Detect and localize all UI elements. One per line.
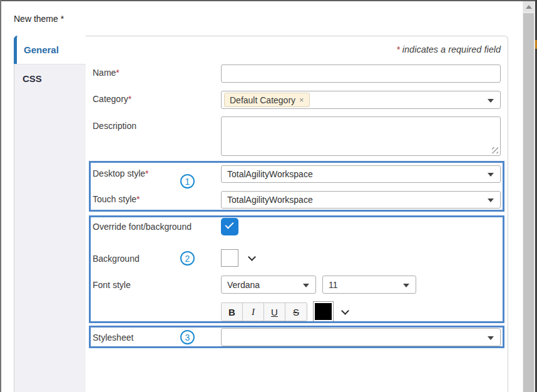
annotation-circle-2: 2 — [180, 251, 195, 266]
font-size-dropdown[interactable]: 11 — [322, 276, 416, 294]
vertical-scrollbar[interactable] — [523, 0, 535, 392]
strikethrough-icon: S — [293, 307, 299, 317]
name-required-asterisk: * — [116, 68, 119, 78]
tab-sidebar: CSS — [14, 64, 86, 392]
category-dropdown[interactable]: Default Category × — [221, 91, 501, 109]
font-size-value: 11 — [329, 280, 338, 290]
new-theme-dialog: New theme * General CSS * indicates a re… — [0, 0, 537, 392]
checkmark-icon — [225, 220, 233, 229]
chevron-down-icon — [488, 99, 494, 103]
screenshot-border-top — [0, 0, 537, 1]
arrow-up-icon — [526, 5, 532, 9]
name-input[interactable] — [221, 64, 501, 83]
category-chip: Default Category × — [224, 93, 310, 107]
override-font-background-checkbox[interactable] — [221, 218, 238, 235]
touch-style-label: Touch style* — [93, 194, 140, 204]
category-chip-label: Default Category — [230, 95, 295, 105]
required-note-text: indicates a required field — [400, 44, 501, 54]
tab-css-label: CSS — [23, 73, 42, 84]
strikethrough-button[interactable]: S — [285, 303, 307, 321]
screenshot-border-left — [0, 0, 1, 392]
desktop-style-label: Desktop style* — [93, 168, 149, 178]
category-required-asterisk: * — [128, 94, 131, 104]
override-font-background-label: Override font/background — [93, 222, 192, 232]
chevron-down-icon — [403, 284, 409, 287]
italic-icon: I — [252, 307, 255, 317]
text-format-toolbar: B I U S — [221, 302, 307, 321]
stylesheet-dropdown[interactable] — [221, 328, 501, 346]
annotation-circle-1: 1 — [180, 174, 195, 188]
category-label-text: Category — [93, 94, 128, 104]
name-label-text: Name — [93, 68, 116, 78]
bold-icon: B — [228, 307, 235, 317]
annotation-number-1: 1 — [185, 177, 190, 187]
stylesheet-label-text: Stylesheet — [93, 333, 133, 343]
font-color-swatch[interactable] — [313, 301, 334, 322]
tab-general[interactable]: General — [14, 36, 86, 64]
touch-style-required-asterisk: * — [136, 194, 140, 204]
touch-style-label-text: Touch style — [93, 194, 136, 204]
tab-general-label: General — [24, 44, 59, 55]
touch-style-dropdown[interactable]: TotalAgilityWorkspace — [221, 191, 501, 209]
description-label-text: Description — [93, 121, 136, 131]
italic-button[interactable]: I — [243, 303, 264, 321]
annotation-number-3: 3 — [185, 333, 190, 343]
description-textarea[interactable] — [221, 116, 501, 156]
resize-handle-icon[interactable] — [492, 147, 498, 153]
desktop-style-value: TotalAgilityWorkspace — [227, 169, 313, 179]
touch-style-value: TotalAgilityWorkspace — [227, 195, 313, 205]
background-label: Background — [93, 254, 140, 264]
chevron-down-icon — [488, 173, 494, 177]
font-style-label: Font style — [93, 280, 131, 290]
font-style-label-text: Font style — [93, 280, 131, 290]
scroll-up-button[interactable] — [523, 1, 534, 12]
name-label: Name* — [93, 68, 120, 78]
desktop-style-label-text: Desktop style — [93, 168, 145, 178]
stylesheet-label: Stylesheet — [93, 333, 133, 343]
bold-button[interactable]: B — [222, 303, 243, 321]
override-label-text: Override font/background — [93, 222, 192, 232]
font-family-value: Verdana — [227, 280, 260, 290]
category-label: Category* — [93, 94, 131, 104]
desktop-style-dropdown[interactable]: TotalAgilityWorkspace — [221, 165, 501, 183]
chevron-down-icon — [488, 199, 494, 202]
tab-css[interactable]: CSS — [14, 64, 86, 92]
chevron-down-icon — [488, 336, 494, 340]
scrollbar-thumb[interactable] — [523, 13, 534, 392]
description-label: Description — [93, 121, 136, 131]
chevron-down-icon — [303, 284, 309, 287]
background-label-text: Background — [93, 254, 140, 264]
annotation-circle-3: 3 — [180, 330, 195, 344]
font-family-dropdown[interactable]: Verdana — [221, 276, 316, 294]
annotation-number-2: 2 — [185, 254, 190, 264]
background-color-swatch[interactable] — [221, 249, 238, 267]
underline-button[interactable]: U — [264, 303, 285, 321]
required-field-note: * indicates a required field — [221, 44, 501, 54]
page-title: New theme * — [14, 14, 64, 24]
category-chip-remove-icon[interactable]: × — [299, 95, 304, 105]
font-color-fill — [315, 303, 332, 320]
underline-icon: U — [271, 307, 278, 317]
desktop-style-required-asterisk: * — [145, 168, 148, 178]
